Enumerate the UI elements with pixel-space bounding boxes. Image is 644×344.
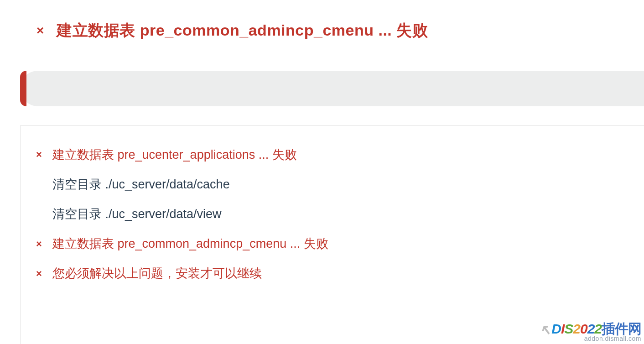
log-row: × 建立数据表 pre_ucenter_applications ... 失败 <box>36 147 628 163</box>
heading-text: 建立数据表 pre_common_admincp_cmenu ... 失败 <box>57 20 428 41</box>
error-x-icon: × <box>36 24 44 37</box>
log-row: × 您必须解决以上问题，安装才可以继续 <box>36 266 628 281</box>
error-x-icon: × <box>36 148 52 162</box>
log-text: 建立数据表 pre_common_admincp_cmenu ... 失败 <box>52 236 328 252</box>
log-text: 清空目录 ./uc_server/data/cache <box>52 177 230 193</box>
log-row: × 建立数据表 pre_common_admincp_cmenu ... 失败 <box>36 236 628 252</box>
error-x-icon: × <box>36 267 52 281</box>
progress-fill <box>20 71 26 106</box>
install-status-heading: × 建立数据表 pre_common_admincp_cmenu ... 失败 <box>36 20 428 41</box>
error-x-icon: × <box>36 238 52 251</box>
log-row: 清空目录 ./uc_server/data/cache <box>36 177 628 193</box>
log-text: 您必须解决以上问题，安装才可以继续 <box>52 266 262 281</box>
log-row: 清空目录 ./uc_server/data/view <box>36 206 628 222</box>
install-log-panel: × 建立数据表 pre_ucenter_applications ... 失败 … <box>20 125 644 344</box>
install-progress-bar <box>20 71 644 106</box>
log-text: 建立数据表 pre_ucenter_applications ... 失败 <box>52 147 297 163</box>
log-text: 清空目录 ./uc_server/data/view <box>52 206 222 222</box>
progress-track <box>20 71 644 106</box>
